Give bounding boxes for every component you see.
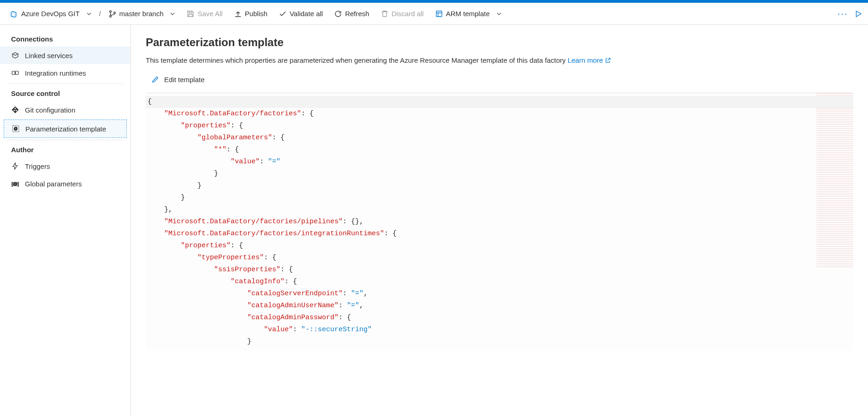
sidebar-heading-source-control: Source control [0, 86, 131, 101]
triggers-icon [11, 162, 19, 170]
external-link-icon [605, 57, 611, 64]
discard-all-button[interactable]: Discard all [376, 7, 428, 21]
validate-all-label: Validate all [290, 10, 323, 18]
svg-rect-4 [12, 71, 15, 75]
sidebar-item-linked-services[interactable]: Linked services [0, 47, 131, 64]
sidebar-item-triggers[interactable]: Triggers [0, 157, 131, 175]
more-icon[interactable]: ··· [838, 10, 847, 18]
sidebar-item-label: Git configuration [25, 106, 75, 114]
arm-template-dropdown[interactable]: ARM template [430, 7, 506, 21]
svg-text:[@]: [@] [12, 181, 19, 186]
template-icon [435, 10, 443, 18]
git-icon [11, 106, 19, 114]
trash-icon [380, 10, 389, 18]
sidebar-heading-connections: Connections [0, 31, 131, 47]
branch-icon [108, 10, 117, 18]
sidebar-item-integration-runtimes[interactable]: Integration runtimes [0, 64, 131, 82]
sidebar-heading-author: Author [0, 142, 131, 157]
sidebar-item-label: Linked services [25, 52, 72, 60]
learn-more-link[interactable]: Learn more [568, 56, 612, 64]
svg-rect-3 [436, 11, 442, 17]
edit-template-button[interactable]: Edit template [151, 75, 205, 83]
play-icon[interactable] [854, 10, 862, 18]
page-description: This template determines which propertie… [146, 56, 853, 64]
toolbar: Azure DevOps GIT / master branch Save Al… [0, 3, 868, 25]
divider [7, 83, 123, 84]
validate-all-button[interactable]: Validate all [274, 7, 327, 21]
svg-point-0 [109, 10, 111, 12]
sidebar-item-label: Global parameters [25, 180, 82, 188]
save-all-button[interactable]: Save All [182, 7, 227, 21]
sidebar: Connections Linked services Integration … [0, 25, 131, 417]
sidebar-item-parameterization-template[interactable]: @ Parameterization template [4, 119, 127, 138]
publish-icon [234, 10, 242, 18]
integration-runtimes-icon [11, 69, 19, 77]
page-title: Parameterization template [146, 36, 853, 49]
arm-template-label: ARM template [446, 10, 490, 18]
repo-selector[interactable]: Azure DevOps GIT [6, 7, 96, 21]
sidebar-item-git-configuration[interactable]: Git configuration [0, 101, 131, 119]
pencil-icon [151, 75, 160, 83]
svg-rect-5 [16, 71, 18, 75]
refresh-label: Refresh [345, 10, 369, 18]
sidebar-item-global-parameters[interactable]: [@] Global parameters [0, 175, 131, 192]
chevron-down-icon [496, 11, 502, 17]
sidebar-item-label: Parameterization template [25, 125, 106, 133]
branch-label: master branch [119, 10, 164, 18]
linked-services-icon [11, 51, 19, 60]
svg-point-2 [113, 12, 115, 13]
refresh-button[interactable]: Refresh [329, 7, 374, 21]
chevron-down-icon [170, 11, 175, 17]
branch-selector[interactable]: master branch [104, 7, 180, 21]
publish-label: Publish [245, 10, 268, 18]
refresh-icon [334, 10, 342, 18]
save-icon [186, 10, 195, 18]
sidebar-item-label: Integration runtimes [25, 69, 86, 77]
save-all-label: Save All [197, 10, 222, 18]
svg-text:@: @ [14, 127, 18, 131]
azure-devops-icon [10, 10, 18, 18]
edit-template-label: Edit template [164, 76, 205, 83]
chevron-down-icon [86, 11, 92, 17]
repo-label: Azure DevOps GIT [21, 10, 80, 18]
discard-all-label: Discard all [392, 10, 424, 18]
parameterization-icon: @ [12, 125, 20, 133]
global-parameters-icon: [@] [11, 179, 19, 188]
svg-point-1 [109, 15, 111, 17]
checkmark-icon [279, 10, 287, 18]
publish-button[interactable]: Publish [229, 7, 272, 21]
divider [7, 140, 123, 140]
content-area: Parameterization template This template … [131, 25, 868, 417]
sidebar-item-label: Triggers [25, 162, 50, 170]
code-editor[interactable]: { "Microsoft.DataFactory/factories": { "… [146, 93, 853, 351]
separator: / [99, 10, 101, 18]
